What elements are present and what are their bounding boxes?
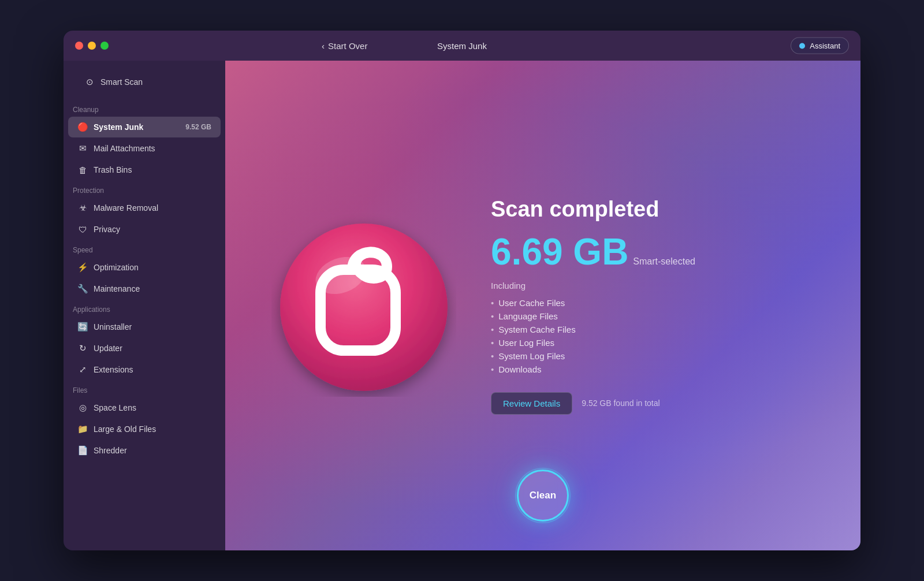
large-files-icon: 📁 [77, 424, 88, 434]
info-area: Scan completed 6.69 GB Smart-selected In… [491, 197, 814, 415]
review-details-button[interactable]: Review Details [491, 392, 572, 415]
smart-selected-label: Smart-selected [633, 256, 695, 267]
title-bar: ‹ Start Over System Junk Assistant [64, 31, 860, 61]
updater-icon: ↻ [77, 343, 88, 353]
sidebar-section-protection: Protection [64, 181, 225, 197]
shredder-label: Shredder [94, 446, 127, 455]
sidebar-item-space-lens[interactable]: ◎ Space Lens [68, 397, 221, 418]
maximize-button[interactable] [100, 42, 109, 50]
sidebar-section-speed: Speed [64, 240, 225, 256]
sidebar-item-mail-attachments[interactable]: ✉ Mail Attachments [68, 138, 221, 159]
sidebar-item-smart-scan[interactable]: ⊙ Smart Scan [75, 72, 214, 92]
minimize-button[interactable] [88, 42, 96, 50]
updater-label: Updater [94, 344, 122, 353]
back-button[interactable]: ‹ Start Over [322, 41, 367, 51]
space-lens-icon: ◎ [77, 403, 88, 413]
optimization-icon: ⚡ [77, 262, 88, 273]
main-content: Scan completed 6.69 GB Smart-selected In… [225, 61, 860, 550]
assistant-button[interactable]: Assistant [791, 38, 849, 54]
app-body: ⊙ Smart Scan Cleanup 🔴 System Junk 9.52 … [64, 61, 860, 550]
clean-button-area: Clean [517, 470, 569, 522]
sidebar-item-large-old-files[interactable]: 📁 Large & Old Files [68, 419, 221, 440]
sidebar-section-applications: Applications [64, 300, 225, 316]
bottom-row: Review Details 9.52 GB found in total [491, 392, 814, 415]
chevron-left-icon: ‹ [322, 41, 325, 51]
malware-removal-label: Malware Removal [94, 203, 158, 213]
sidebar-section-files: Files [64, 381, 225, 397]
smart-scan-label: Smart Scan [100, 77, 143, 87]
maintenance-label: Maintenance [94, 284, 140, 293]
sidebar-item-privacy[interactable]: 🛡 Privacy [68, 219, 221, 240]
list-item: System Log Files [491, 349, 814, 363]
privacy-label: Privacy [94, 225, 120, 234]
uninstaller-label: Uninstaller [94, 322, 132, 332]
scan-completed-title: Scan completed [491, 197, 814, 222]
shredder-icon: 📄 [77, 445, 88, 456]
sidebar: ⊙ Smart Scan Cleanup 🔴 System Junk 9.52 … [64, 61, 225, 550]
including-label: Including [491, 281, 814, 290]
content-layout: Scan completed 6.69 GB Smart-selected In… [225, 197, 860, 415]
sidebar-section-cleanup: Cleanup [64, 100, 225, 116]
sidebar-item-uninstaller[interactable]: 🔄 Uninstaller [68, 316, 221, 337]
trash-bins-label: Trash Bins [94, 165, 132, 174]
back-label: Start Over [328, 41, 367, 51]
sidebar-item-malware-removal[interactable]: ☣ Malware Removal [68, 198, 221, 218]
sidebar-item-optimization[interactable]: ⚡ Optimization [68, 257, 221, 278]
size-row: 6.69 GB Smart-selected [491, 233, 814, 278]
assistant-dot-icon [799, 43, 805, 49]
optimization-label: Optimization [94, 263, 139, 272]
sidebar-item-system-junk[interactable]: 🔴 System Junk 9.52 GB [68, 117, 221, 137]
close-button[interactable] [75, 42, 83, 50]
list-item: System Cache Files [491, 323, 814, 336]
uninstaller-icon: 🔄 [77, 322, 88, 332]
sidebar-item-updater[interactable]: ↻ Updater [68, 338, 221, 359]
large-old-files-label: Large & Old Files [94, 424, 156, 434]
sidebar-top: ⊙ Smart Scan [64, 68, 225, 100]
file-list: User Cache Files Language Files System C… [491, 296, 814, 376]
size-value: 6.69 GB [491, 233, 628, 270]
sidebar-item-shredder[interactable]: 📄 Shredder [68, 440, 221, 461]
list-item: User Cache Files [491, 296, 814, 310]
system-junk-icon: 🔴 [77, 122, 88, 132]
window-title: System Junk [437, 41, 487, 51]
app-window: ‹ Start Over System Junk Assistant ⊙ Sma… [64, 31, 860, 550]
smart-scan-icon: ⊙ [84, 77, 95, 87]
clean-button[interactable]: Clean [517, 470, 569, 522]
system-junk-label: System Junk [94, 122, 143, 132]
list-item: Language Files [491, 310, 814, 323]
mail-icon: ✉ [77, 143, 88, 154]
app-logo [271, 212, 456, 397]
system-junk-badge: 9.52 GB [185, 123, 211, 131]
space-lens-label: Space Lens [94, 403, 136, 412]
found-total-label: 9.52 GB found in total [582, 398, 660, 408]
sidebar-item-trash-bins[interactable]: 🗑 Trash Bins [68, 159, 221, 180]
list-item: Downloads [491, 363, 814, 376]
traffic-lights [75, 42, 109, 50]
mail-attachments-label: Mail Attachments [94, 144, 155, 153]
malware-icon: ☣ [77, 203, 88, 213]
trash-icon: 🗑 [77, 165, 88, 175]
maintenance-icon: 🔧 [77, 284, 88, 294]
extensions-icon: ⤢ [77, 364, 88, 375]
logo-area [271, 212, 456, 399]
assistant-label: Assistant [810, 42, 840, 50]
privacy-icon: 🛡 [77, 224, 88, 234]
list-item: User Log Files [491, 336, 814, 349]
extensions-label: Extensions [94, 365, 133, 374]
sidebar-item-maintenance[interactable]: 🔧 Maintenance [68, 278, 221, 299]
sidebar-item-extensions[interactable]: ⤢ Extensions [68, 359, 221, 380]
title-bar-center: ‹ Start Over System Junk [437, 41, 487, 51]
